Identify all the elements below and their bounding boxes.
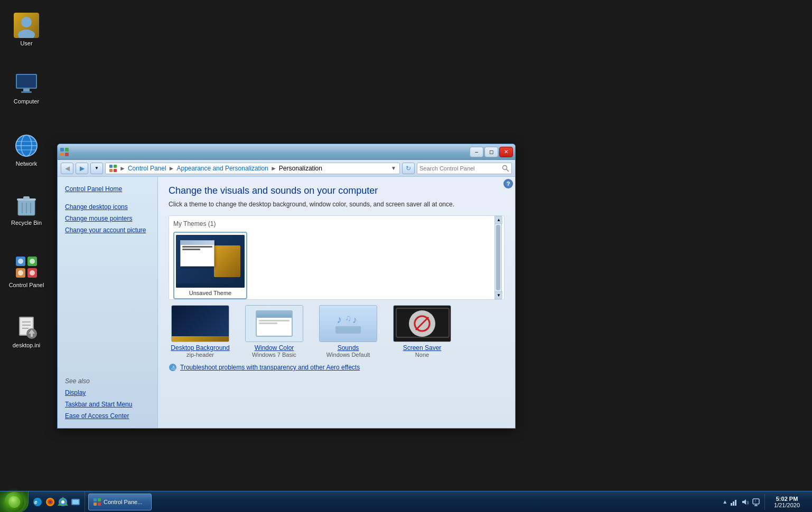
search-box[interactable] <box>417 163 512 174</box>
ql-firefox-button[interactable] <box>44 496 56 508</box>
theme-grid: Unsaved Theme <box>173 232 500 299</box>
window-color-thumbnail <box>245 305 303 342</box>
desktop-background-thumbnail <box>171 305 229 342</box>
scrollbar-thumb[interactable] <box>496 225 500 290</box>
address-bar: ◀ ▶ ▼ ► Control Panel ► Appearance and P… <box>58 160 515 177</box>
desktop-icon-desktop-ini[interactable]: desktop.ini <box>5 312 48 350</box>
clock-area[interactable]: 5:02 PM 1/21/2020 <box>769 496 805 508</box>
computer-icon <box>14 71 39 96</box>
start-orb <box>4 492 24 512</box>
themes-scrollbar[interactable]: ▲ ▼ <box>494 216 502 299</box>
notif-action-center-icon[interactable]: ! <box>751 497 761 507</box>
desktop-icon-user[interactable]: User <box>5 11 48 49</box>
folder-icon <box>109 164 117 173</box>
sidebar-link-taskbar[interactable]: Taskbar and Start Menu <box>58 399 157 410</box>
back-button[interactable]: ◀ <box>61 163 73 174</box>
svg-text:⚠: ⚠ <box>171 365 176 371</box>
desktop-background-label[interactable]: Desktop Background <box>171 344 229 352</box>
forward-button[interactable]: ▶ <box>76 163 88 174</box>
notif-volume-icon[interactable]: )) <box>740 497 750 507</box>
svg-point-59 <box>61 500 64 504</box>
svg-rect-6 <box>21 91 32 93</box>
svg-point-24 <box>18 270 23 276</box>
taskbar-window-label: Control Pane... <box>104 499 142 505</box>
sounds-sublabel: Windows Default <box>326 352 370 358</box>
control-panel-icon-label: Control Panel <box>9 282 44 288</box>
window-icon <box>60 147 69 157</box>
svg-point-22 <box>18 259 23 264</box>
sidebar-link-display[interactable]: Display <box>58 387 157 399</box>
thumbnail-window-color[interactable]: Window Color Windows 7 Basic <box>242 305 306 358</box>
breadcrumb-dropdown[interactable]: ▼ <box>391 165 396 171</box>
breadcrumb-control-panel[interactable]: Control Panel <box>128 165 166 172</box>
breadcrumb-sep-2: ► <box>169 165 175 172</box>
thumbnail-sounds[interactable]: ♪ ♫ ♪ Sounds Windows Default <box>316 305 380 358</box>
ql-show-desktop-button[interactable] <box>70 496 81 508</box>
svg-point-25 <box>30 270 35 276</box>
scrollbar-up-button[interactable]: ▲ <box>495 216 502 224</box>
start-button[interactable] <box>0 491 29 513</box>
sidebar-link-cp-home[interactable]: Control Panel Home <box>58 183 157 195</box>
svg-rect-39 <box>109 169 113 172</box>
desktop-ini-icon-label: desktop.ini <box>13 342 41 348</box>
window-color-label[interactable]: Window Color <box>255 344 294 352</box>
svg-rect-62 <box>94 498 97 501</box>
maximize-button[interactable]: ◻ <box>484 147 498 157</box>
sounds-label[interactable]: Sounds <box>338 344 359 352</box>
minimize-button[interactable]: – <box>470 147 483 157</box>
screen-saver-label[interactable]: Screen Saver <box>403 344 442 352</box>
troubleshoot-link[interactable]: ⚠ Troubleshoot problems with transparenc… <box>169 363 505 372</box>
notif-expand-button[interactable]: ▲ <box>722 499 727 505</box>
svg-rect-68 <box>735 500 736 506</box>
dropdown-button[interactable]: ▼ <box>90 163 103 174</box>
notif-network-icon[interactable] <box>729 497 739 507</box>
window-titlebar: – ◻ ✕ <box>58 144 515 160</box>
svg-rect-66 <box>731 503 732 506</box>
thumbnail-screen-saver[interactable]: Screen Saver None <box>390 305 454 358</box>
desktop-icon-network[interactable]: Network <box>5 131 48 169</box>
sidebar: Control Panel Home Change desktop icons … <box>58 177 158 428</box>
svg-point-41 <box>503 165 507 169</box>
desktop-icon-recycle-bin[interactable]: Recycle Bin <box>5 190 48 228</box>
quick-launch: e <box>29 491 85 512</box>
window-color-sublabel: Windows 7 Basic <box>252 352 296 358</box>
control-panel-window: – ◻ ✕ ◀ ▶ ▼ ► Control Panel ► Appearance <box>57 144 516 429</box>
sidebar-link-change-account-picture[interactable]: Change your account picture <box>58 224 157 236</box>
svg-rect-14 <box>23 196 30 200</box>
scrollbar-down-button[interactable]: ▼ <box>495 291 502 299</box>
svg-rect-43 <box>335 326 361 334</box>
svg-rect-37 <box>109 165 113 168</box>
ql-chrome-button[interactable] <box>57 496 69 508</box>
sidebar-link-change-mouse-pointers[interactable]: Change mouse pointers <box>58 213 157 224</box>
svg-text:!: ! <box>755 499 756 503</box>
desktop-icon-computer[interactable]: Computer <box>5 69 48 107</box>
troubleshoot-icon: ⚠ <box>169 363 177 372</box>
sidebar-link-ease-of-access[interactable]: Ease of Access Center <box>58 410 157 422</box>
svg-rect-32 <box>31 334 33 337</box>
start-orb-inner <box>8 496 20 508</box>
sidebar-link-change-desktop-icons[interactable]: Change desktop icons <box>58 201 157 213</box>
refresh-button[interactable]: ↻ <box>402 163 415 174</box>
help-button[interactable]: ? <box>503 179 513 188</box>
network-icon-label: Network <box>16 160 37 167</box>
svg-rect-35 <box>60 153 64 156</box>
breadcrumb-current: Personalization <box>279 165 322 172</box>
taskbar-window-items: Control Pane... <box>85 491 720 512</box>
svg-text:♫: ♫ <box>345 314 351 323</box>
user-icon <box>14 13 39 38</box>
search-input[interactable] <box>419 165 501 172</box>
theme-item-unsaved[interactable]: Unsaved Theme <box>173 232 247 299</box>
desktop-icon-control-panel[interactable]: Control Panel <box>5 252 48 290</box>
svg-rect-40 <box>114 169 117 172</box>
svg-rect-64 <box>94 502 97 506</box>
user-icon-label: User <box>20 40 32 46</box>
breadcrumb-sep-3: ► <box>270 165 277 172</box>
breadcrumb-appearance[interactable]: Appearance and Personalization <box>177 165 268 172</box>
taskbar-window-control-panel[interactable]: Control Pane... <box>88 494 152 510</box>
close-button[interactable]: ✕ <box>499 147 513 157</box>
ql-ie-button[interactable]: e <box>32 496 43 508</box>
main-subtitle: Click a theme to change the desktop back… <box>169 201 505 208</box>
main-title: Change the visuals and sounds on your co… <box>169 185 505 196</box>
thumbnail-desktop-background[interactable]: Desktop Background zip-header <box>169 305 232 358</box>
recycle-bin-icon-label: Recycle Bin <box>11 220 42 226</box>
